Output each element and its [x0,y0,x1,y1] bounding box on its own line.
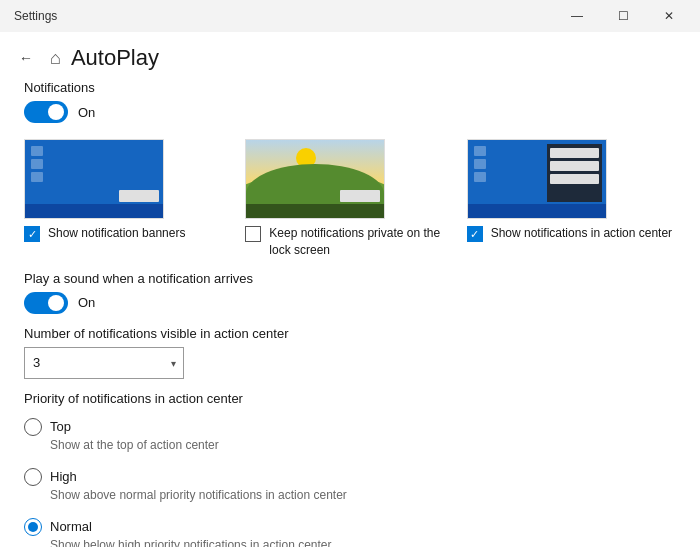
preview-row: Show notification banners [24,139,676,259]
desktop-icon [474,146,486,156]
checkbox-label-action: Show notifications in action center [491,225,672,242]
radio-label-normal: Normal [50,519,92,534]
sound-toggle-row: On [24,292,676,314]
count-dropdown[interactable]: 1 3 5 10 20 [24,347,184,379]
sound-label: Play a sound when a notification arrives [24,271,676,286]
app-body: ← ⌂ AutoPlay Notifications On [0,32,700,547]
taskbar-sim-2 [246,204,384,218]
back-button[interactable]: ← [12,44,40,72]
minimize-button[interactable]: — [554,0,600,32]
radio-sublabel-top: Show at the top of action center [50,438,676,452]
notif-banner-sim [119,190,159,202]
sound-toggle-label: On [78,295,95,310]
notif-banner-sim-2 [340,190,380,202]
desktop-icon [31,146,43,156]
radio-item-normal: Normal Show below high priority notifica… [24,510,676,547]
checkbox-label-lock: Keep notifications private on the lock s… [269,225,454,259]
action-panel-sim [547,144,602,202]
checkbox-label-banners: Show notification banners [48,225,185,242]
radio-sublabel-normal: Show below high priority notifications i… [50,538,676,547]
notifications-section: Notifications On [24,80,676,123]
notifications-toggle-row: On [24,101,676,123]
sound-section: Play a sound when a notification arrives… [24,271,676,314]
radio-item-high: High Show above normal priority notifica… [24,460,676,510]
radio-item-top: Top Show at the top of action center [24,410,676,460]
priority-label: Priority of notifications in action cent… [24,391,676,406]
count-label: Number of notifications visible in actio… [24,326,676,341]
taskbar-sim-3 [468,204,606,218]
checkbox-item-action: Show notifications in action center [467,225,672,242]
notifications-toggle-label: On [78,105,95,120]
desktop-icon [474,172,486,182]
radio-sublabel-high: Show above normal priority notifications… [50,488,676,502]
close-button[interactable]: ✕ [646,0,692,32]
radio-row-normal: Normal [24,518,676,536]
action-notif-2 [550,161,599,171]
preview-img-lock [245,139,385,219]
radio-top[interactable] [24,418,42,436]
body-content: Notifications On [0,80,700,547]
count-dropdown-wrapper: 1 3 5 10 20 ▾ [24,347,184,379]
home-icon[interactable]: ⌂ [50,48,61,69]
checkbox-item-banners: Show notification banners [24,225,185,242]
preview-item-lock: Keep notifications private on the lock s… [245,139,454,259]
radio-label-high: High [50,469,77,484]
action-notif-1 [550,148,599,158]
taskbar-sim [25,204,163,218]
titlebar: Settings — ☐ ✕ [0,0,700,32]
notifications-label: Notifications [24,80,676,95]
radio-row-top: Top [24,418,676,436]
preview-img-banners [24,139,164,219]
titlebar-title: Settings [14,9,57,23]
maximize-button[interactable]: ☐ [600,0,646,32]
priority-section: Priority of notifications in action cent… [24,391,676,547]
radio-row-high: High [24,468,676,486]
priority-radio-group: Top Show at the top of action center Hig… [24,410,676,547]
desktop-icon [474,159,486,169]
count-section: Number of notifications visible in actio… [24,326,676,379]
desktop-icons-3 [474,146,486,182]
checkbox-lock[interactable] [245,226,261,242]
preview-item-banners: Show notification banners [24,139,233,259]
sound-toggle[interactable] [24,292,68,314]
titlebar-controls: — ☐ ✕ [554,0,692,32]
checkbox-action[interactable] [467,226,483,242]
desktop-icons-1 [31,146,43,182]
page-title: AutoPlay [71,45,159,71]
preview-img-action [467,139,607,219]
checkbox-item-lock: Keep notifications private on the lock s… [245,225,454,259]
preview-item-action: Show notifications in action center [467,139,676,259]
checkbox-banners[interactable] [24,226,40,242]
content-area: ← ⌂ AutoPlay Notifications On [0,32,700,547]
notifications-toggle[interactable] [24,101,68,123]
radio-normal[interactable] [24,518,42,536]
desktop-icon [31,159,43,169]
page-header: ← ⌂ AutoPlay [0,32,700,80]
desktop-icon [31,172,43,182]
action-notif-3 [550,174,599,184]
radio-label-top: Top [50,419,71,434]
radio-high[interactable] [24,468,42,486]
